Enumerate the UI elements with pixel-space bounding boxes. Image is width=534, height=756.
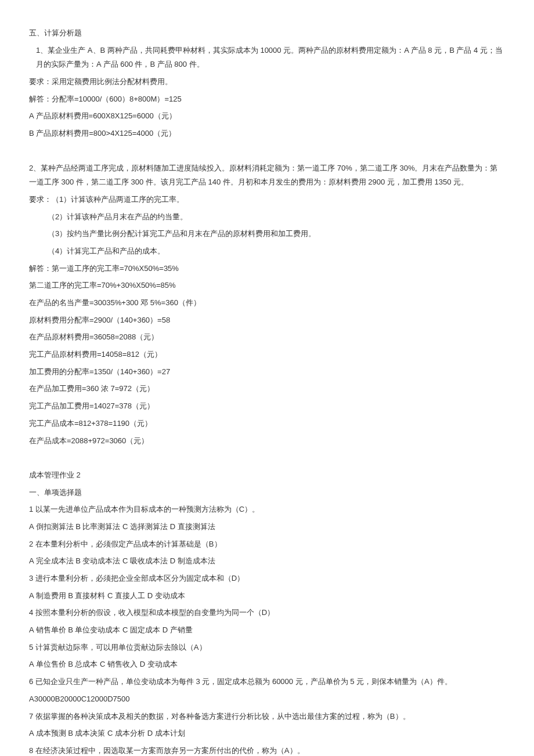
- q2-ans-10: 完工产品成本=812+378=1190（元）: [29, 417, 505, 431]
- mc6-question: 6 已知企业只生产一种产品，单位变动成本为每件 3 元，固定成本总额为 6000…: [29, 675, 505, 689]
- q2-ans-8: 在产品加工费用=360 浓 7=972（元）: [29, 382, 505, 396]
- q2-ans-1: 解答：第一道工序的完工率=70%X50%=35%: [29, 262, 505, 276]
- q2-ans-9: 完工产品加工费用=14027=378（元）: [29, 399, 505, 414]
- mc2-question: 2 在本量利分析中，必须假定产品成本的计算基础是（B）: [29, 537, 505, 552]
- mc8-question: 8 在经济决策过程中，因选取某一方案而放弃另一方案所付出的代价，称为（A）。: [29, 744, 505, 756]
- mc-section-title: 一、单项选择题: [29, 486, 505, 500]
- q2-ans-2: 第二道工序的完工率=70%+30%X50%=85%: [29, 278, 505, 293]
- q1-answer-2: A 产品原材料费用=600X8X125=6000（元）: [29, 109, 505, 124]
- mc2-options: A 完全成本法 B 变动成本法 C 吸收成本法 D 制造成本法: [29, 554, 505, 569]
- mc5-question: 5 计算贡献边际率，可以用单位贡献边际去除以（A）: [29, 641, 505, 655]
- q2-req-2: （2）计算该种产品月末在产品的约当量。: [29, 210, 505, 225]
- q2-req-4: （4）计算完工产品和产品的成本。: [29, 244, 505, 259]
- mc7-options: A 成本预测 B 成本决策 C 成本分析 D 成本计划: [29, 726, 505, 741]
- mc1-question: 1 以某一先进单位产品成本作为目标成本的一种预测方法称为（C）。: [29, 502, 505, 517]
- mc4-question: 4 按照本量利分析的假设，收入模型和成本模型的自变量均为同一个（D）: [29, 606, 505, 620]
- mc7-question: 7 依据掌握的各种决策成本及相关的数据，对各种备选方案进行分析比较，从中选出最佳…: [29, 710, 505, 724]
- mc3-options: A 制造费用 B 直接材料 C 直接人工 D 变动成本: [29, 589, 505, 603]
- q2-ans-7: 加工费用的分配率=1350/（140+360）=27: [29, 365, 505, 379]
- mc3-question: 3 进行本量利分析，必须把企业全部成本区分为固定成本和（D）: [29, 571, 505, 586]
- mc1-options: A 倒扣测算法 B 比率测算法 C 选择测算法 D 直接测算法: [29, 520, 505, 534]
- q2-text: 2、某种产品经两道工序完成，原材料随加工进度陆续投入。原材料消耗定额为：第一道工…: [29, 161, 505, 190]
- q1-answer-3: B 产品原材料费用=800>4X125=4000（元）: [29, 126, 505, 141]
- mc4-options: A 销售单价 B 单位变动成本 C 固定成本 D 产销量: [29, 623, 505, 638]
- mc6-options: A30000B20000C12000D7500: [29, 692, 505, 707]
- q2-ans-5: 在产品原材料费用=36058=2088（元）: [29, 330, 505, 345]
- mc5-options: A 单位售价 B 总成本 C 销售收入 D 变动成本: [29, 657, 505, 672]
- q2-ans-4: 原材料费用分配率=2900/（140+360）=58: [29, 313, 505, 328]
- q2-ans-6: 完工产品原材料费用=14058=812（元）: [29, 348, 505, 362]
- section5-title: 五、计算分析题: [29, 26, 505, 41]
- q2-ans-11: 在产品成本=2088+972=3060（元）: [29, 434, 505, 448]
- q1-requirement: 要求：采用定额费用比例法分配材料费用。: [29, 75, 505, 89]
- q1-text: 1、某企业生产 A、B 两种产品，共同耗费甲种材料，其实际成本为 10000 元…: [29, 44, 505, 72]
- q1-answer-1: 解答：分配率=10000/（600）8+800M）=125: [29, 92, 505, 107]
- q2-req-1: 要求：（1）计算该种产品两道工序的完工率。: [29, 193, 505, 207]
- q2-ans-3: 在产品的名当产量=30035%+300 邓 5%=360（件）: [29, 296, 505, 310]
- homework2-title: 成本管理作业 2: [29, 468, 505, 483]
- q2-req-3: （3）按约当产量比例分配计算完工产品和月末在产品的原材料费用和加工费用。: [29, 227, 505, 241]
